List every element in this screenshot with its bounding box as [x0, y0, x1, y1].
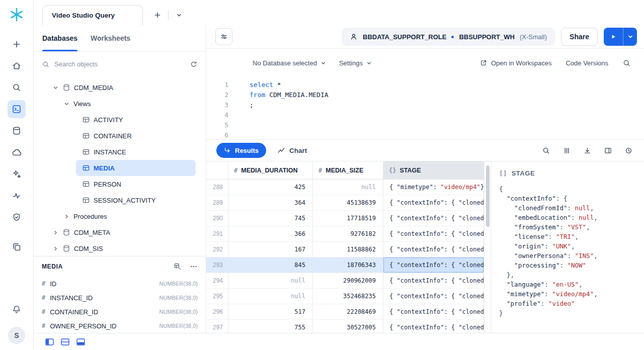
column-header-stage[interactable]: {} STAGE: [383, 161, 484, 179]
snowflake-logo[interactable]: [9, 7, 24, 22]
table-cell[interactable]: 22208469: [313, 304, 383, 319]
table-cell[interactable]: 18706343: [313, 257, 383, 273]
ai-button[interactable]: [8, 165, 26, 183]
table-row[interactable]: 28936445138639{ "contextInfo": { "cloned…: [206, 195, 484, 211]
table-cell[interactable]: 755: [228, 320, 313, 333]
tree-item-media[interactable]: MEDIA: [76, 160, 196, 176]
worksheet-tab[interactable]: Video Studio Query: [42, 5, 143, 25]
governance-button[interactable]: [8, 208, 26, 226]
results-scrollbar[interactable]: [484, 161, 491, 333]
search-nav-button[interactable]: [8, 78, 26, 97]
table-cell[interactable]: 352468235: [313, 289, 383, 304]
tree-item-activity[interactable]: ACTIVITY: [76, 112, 196, 128]
stage-cell[interactable]: { "contextInfo": { "clonedFro: [383, 211, 484, 226]
panel-layout-button[interactable]: [604, 146, 612, 155]
open-in-workspaces-link[interactable]: Open in Workspaces: [479, 59, 551, 67]
layout-editor-button[interactable]: [45, 338, 54, 345]
stage-cell[interactable]: { "contextInfo": { "clonedFro: [383, 257, 484, 273]
schema-column-row[interactable]: #CONTAINER_IDNUMBER(38,0): [34, 305, 206, 319]
code-lines[interactable]: select *from CDM_MEDIA.MEDIA;: [234, 80, 329, 139]
table-cell[interactable]: 290962009: [313, 273, 383, 288]
table-row[interactable]: 294null290962009{ "contextInfo": { "clon…: [206, 273, 484, 289]
tree-item-cdm_meta[interactable]: CDM_META: [34, 224, 206, 240]
scrollbar-thumb[interactable]: [486, 165, 490, 227]
home-button[interactable]: [8, 57, 26, 75]
table-cell[interactable]: 167: [228, 242, 313, 257]
tree-item-person[interactable]: PERSON: [76, 176, 196, 192]
schema-column-row[interactable]: #INSTANCE_IDNUMBER(38,0): [34, 291, 206, 305]
tab-chart[interactable]: Chart: [277, 146, 307, 154]
table-row[interactable]: 29775530527005{ "contextInfo": { "cloned…: [206, 320, 484, 333]
search-results-button[interactable]: [542, 146, 550, 155]
table-cell[interactable]: null: [228, 273, 313, 288]
editor-search-button[interactable]: [622, 59, 631, 67]
table-row[interactable]: 29074517718519{ "contextInfo": { "cloned…: [206, 211, 484, 226]
schema-column-row[interactable]: #IDNUMBER(38,0): [34, 277, 206, 291]
table-row[interactable]: 29384518706343{ "contextInfo": { "cloned…: [206, 257, 484, 273]
preview-data-button[interactable]: [174, 262, 182, 271]
table-cell[interactable]: 30527005: [313, 320, 383, 333]
session-context-selector[interactable]: BBDATA_SUPPORT_ROLE BBSUPPORT_WH (X-Smal…: [342, 28, 555, 46]
layout-split-button[interactable]: [61, 338, 69, 345]
settings-dropdown[interactable]: Settings: [339, 59, 372, 67]
tab-list-button[interactable]: [172, 8, 187, 23]
table-cell[interactable]: null: [313, 180, 383, 195]
columns-button[interactable]: [562, 146, 571, 155]
table-cell[interactable]: 366: [228, 226, 313, 241]
tree-item-cdm_media[interactable]: CDM_MEDIA: [34, 79, 206, 96]
table-cell[interactable]: 9276182: [313, 226, 383, 241]
table-cell[interactable]: 17718519: [313, 211, 383, 226]
refresh-button[interactable]: [190, 60, 198, 68]
code-versions-link[interactable]: Code Versions: [566, 59, 608, 67]
sql-editor[interactable]: 123456 select *from CDM_MEDIA.MEDIA;: [206, 77, 644, 139]
notifications-button[interactable]: [8, 300, 26, 318]
data-button[interactable]: [8, 122, 26, 140]
stage-cell[interactable]: { "contextInfo": { "clonedFro: [383, 289, 484, 304]
table-row[interactable]: 29651722208469{ "contextInfo": { "cloned…: [206, 304, 484, 320]
row-number-header[interactable]: [206, 161, 228, 179]
run-options-button[interactable]: [623, 28, 637, 46]
run-button[interactable]: [604, 28, 623, 46]
search-objects-input[interactable]: Search objects: [42, 60, 185, 68]
new-worksheet-button[interactable]: [8, 35, 26, 53]
tab-worksheets[interactable]: Worksheets: [91, 25, 130, 51]
marketplace-button[interactable]: [8, 143, 26, 161]
stage-cell[interactable]: { "contextInfo": { "clonedFro: [383, 320, 484, 333]
tree-item-cdm_sis[interactable]: CDM_SIS: [34, 240, 206, 256]
tree-item-procedures[interactable]: Procedures: [34, 208, 206, 224]
layout-results-button[interactable]: [76, 338, 85, 345]
stage-cell[interactable]: { "contextInfo": { "clonedFro: [383, 226, 484, 241]
column-header-media-duration[interactable]: # MEDIA_DURATION: [228, 161, 313, 179]
tree-item-views[interactable]: Views: [34, 96, 206, 112]
cell-json-viewer[interactable]: { "contextInfo": { "clonedFromId": null,…: [499, 184, 640, 318]
table-cell[interactable]: null: [228, 289, 313, 304]
tree-item-container[interactable]: CONTAINER: [76, 128, 196, 144]
user-avatar[interactable]: S: [8, 327, 25, 344]
tree-item-session_activity[interactable]: SESSION_ACTIVITY: [76, 192, 196, 208]
activity-button[interactable]: [8, 187, 26, 205]
tab-results[interactable]: Results: [216, 143, 266, 158]
database-selector[interactable]: No Database selected: [253, 59, 326, 67]
column-header-media-size[interactable]: # MEDIA_SIZE: [313, 161, 383, 179]
table-cell[interactable]: 425: [228, 180, 313, 195]
stage-cell[interactable]: { "mimetype": "video/mp4"}: [383, 180, 484, 195]
table-cell[interactable]: 11588862: [313, 242, 383, 257]
table-row[interactable]: 2913669276182{ "contextInfo": { "clonedF…: [206, 226, 484, 242]
download-results-button[interactable]: [583, 146, 592, 155]
query-history-button[interactable]: [624, 146, 633, 155]
stage-cell[interactable]: { "contextInfo": { "clonedFro: [383, 195, 484, 210]
table-row[interactable]: 288425null{ "mimetype": "video/mp4"}: [206, 180, 484, 195]
format-query-button[interactable]: [215, 28, 232, 45]
table-cell[interactable]: 517: [228, 304, 313, 319]
apps-button[interactable]: [8, 238, 26, 256]
schema-more-button[interactable]: [190, 262, 198, 271]
table-row[interactable]: 29216711588862{ "contextInfo": { "cloned…: [206, 242, 484, 257]
stage-cell[interactable]: { "contextInfo": { "clonedFro: [383, 273, 484, 288]
stage-cell[interactable]: { "contextInfo": { "clonedFro: [383, 242, 484, 257]
table-cell[interactable]: 364: [228, 195, 313, 210]
share-button[interactable]: Share: [561, 28, 598, 46]
table-cell[interactable]: 845: [228, 257, 313, 273]
schema-column-row[interactable]: #OWNER_PERSON_IDNUMBER(38,0): [34, 319, 206, 333]
table-cell[interactable]: 45138639: [313, 195, 383, 210]
projects-button[interactable]: [8, 100, 26, 118]
